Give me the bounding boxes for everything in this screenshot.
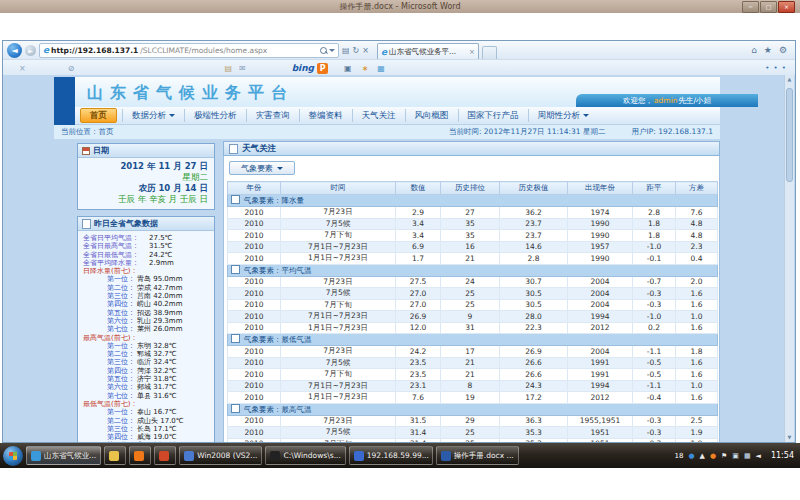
nav-item-3[interactable]: 灾害查询	[246, 109, 299, 122]
more-icon[interactable]: • • •	[765, 64, 787, 72]
maximize-button[interactable]: □	[760, 1, 777, 13]
group-row[interactable]: 气象要素：最低气温	[228, 334, 718, 346]
flag-icon[interactable]: ⚑	[721, 452, 727, 460]
cell: 17	[441, 346, 500, 358]
rank-value: 招远 38.9mm	[137, 309, 182, 317]
panel-icon	[229, 144, 238, 154]
favorites-icon[interactable]: ★	[764, 45, 772, 55]
taskbar-clock[interactable]: 11:54	[771, 451, 794, 460]
taskbar-media[interactable]	[154, 446, 176, 465]
cell: 31.4	[396, 438, 441, 442]
nav-item-4[interactable]: 整编资料	[299, 109, 352, 122]
page-viewport: 山东省气候业务平台 欢迎您， admin 先生/小姐 首页数据分析极端性分析灾害…	[3, 75, 795, 442]
display-icon[interactable]: ▣	[732, 452, 739, 460]
messenger-icon[interactable]: ●	[688, 452, 694, 460]
back-button[interactable]: ◄	[7, 43, 22, 58]
tools-icon[interactable]: ⚙	[779, 45, 787, 55]
checkbox[interactable]	[231, 404, 240, 413]
forward-button[interactable]: ►	[25, 45, 36, 56]
taskbar-app-orange[interactable]	[129, 446, 151, 465]
rank-row: 第三位：长岛 17.1℃	[83, 425, 211, 433]
taskbar-remote[interactable]: 192.168.59.99...	[349, 446, 433, 465]
cell: 1990	[568, 218, 633, 230]
vertical-scrollbar[interactable]: ▲ ▼	[784, 75, 794, 442]
group-row[interactable]: 气象要素：最高气温	[228, 403, 718, 415]
table-row: 20107月23日2.92736.219742.87.6	[228, 207, 718, 219]
close-button[interactable]: ×	[778, 1, 795, 13]
nav-item-label: 天气关注	[362, 110, 396, 122]
cell: 2.8	[500, 253, 568, 265]
refresh-icon[interactable]: ↻	[353, 46, 360, 55]
mail-icon[interactable]: ✉	[239, 64, 246, 73]
scrollbar-thumb[interactable]	[786, 88, 793, 182]
fox-icon[interactable]: ●	[710, 452, 716, 460]
home-icon[interactable]: ⌂	[751, 45, 757, 55]
rank-value: 临沂 32.4℃	[137, 358, 177, 366]
bing-logo[interactable]: bing	[292, 63, 314, 73]
group-row[interactable]: 气象要素：平均气温	[228, 264, 718, 276]
rank-position: 第二位：	[83, 417, 137, 425]
nav-item-2[interactable]: 极端性分析	[184, 109, 246, 122]
tab-close-icon[interactable]: ×	[469, 48, 475, 56]
checkbox[interactable]	[231, 195, 240, 204]
cell: -0.3	[633, 427, 676, 439]
cell: 28.0	[500, 311, 568, 323]
start-button[interactable]	[3, 446, 23, 466]
compatibility-icon[interactable]: ▤	[342, 46, 350, 55]
rank-position: 第六位：	[83, 317, 137, 325]
new-tab-button[interactable]	[482, 46, 497, 59]
checkbox[interactable]	[231, 265, 240, 274]
cell: 2010	[228, 427, 281, 439]
taskbar: 山东省气候业...Win2008 (VS2...C:\Windows\s...1…	[0, 443, 800, 468]
taskbar-button-label: 操作手册.docx ...	[454, 451, 514, 461]
taskbar-buttons: 山东省气候业...Win2008 (VS2...C:\Windows\s...1…	[26, 446, 519, 465]
table-row: 20107月下旬23.52126.61991-0.51.6	[228, 369, 718, 381]
nav-item-7[interactable]: 国家下行产品	[458, 109, 528, 122]
cell: 6.9	[396, 241, 441, 253]
cell: 2.8	[633, 207, 676, 219]
background-window-titlebar[interactable]: 操作手册.docx - Microsoft Word ─□×	[0, 0, 800, 13]
nav-item-6[interactable]: 风向概图	[405, 109, 458, 122]
rank-position: 第四位：	[83, 433, 137, 441]
close-x-icon[interactable]: ×	[19, 64, 26, 73]
camera-icon[interactable]: ▣	[344, 64, 352, 73]
volume-icon[interactable]: ◄	[756, 452, 761, 460]
browser-tab[interactable]: e 山东省气候业务平... ×	[377, 43, 479, 59]
taskbar-cmd[interactable]: C:\Windows\s...	[265, 446, 345, 465]
address-bar[interactable]: e http://192.168.137.1 /SLCCLIMATE/modul…	[39, 43, 339, 58]
nav-item-1[interactable]: 数据分析	[122, 109, 184, 122]
taskbar-explorer[interactable]	[104, 446, 126, 465]
gallery-icon[interactable]: ▦	[377, 64, 385, 73]
nav-item-5[interactable]: 天气关注	[352, 109, 405, 122]
blocked-icon[interactable]: ⊘	[68, 64, 75, 73]
group-title: 气象要素：降水量	[244, 196, 304, 205]
search-icon[interactable]	[320, 47, 327, 54]
taskbar-ie[interactable]: 山东省气候业...	[26, 446, 101, 465]
element-filter-button[interactable]: 气象要素	[229, 161, 295, 175]
taskbar-win2008[interactable]: Win2008 (VS2...	[179, 446, 262, 465]
nav-item-8[interactable]: 周期性分析	[528, 109, 599, 122]
bing-app-icon[interactable]: P	[317, 63, 328, 74]
group-row[interactable]: 气象要素：降水量	[228, 195, 718, 207]
nav-item-0[interactable]: 首页	[80, 108, 117, 123]
cell: 2010	[228, 218, 281, 230]
weather-panel-header: 昨日全省气象数据	[78, 217, 214, 231]
background-window-title: 操作手册.docx - Microsoft Word	[339, 1, 460, 12]
network-icon[interactable]: ▦	[744, 452, 751, 460]
cell: 7月23日	[281, 276, 396, 288]
paw-icon[interactable]: ∗	[362, 64, 369, 73]
cell: -0.5	[633, 357, 676, 369]
taskbar-word[interactable]: 操作手册.docx ...	[436, 446, 519, 465]
minimize-button[interactable]: ─	[742, 1, 759, 13]
cell: 31.4	[396, 427, 441, 439]
ime-badge[interactable]: 18	[674, 452, 683, 460]
show-hidden-icon[interactable]: ▲	[700, 452, 705, 460]
chevron-down-icon[interactable]	[329, 49, 335, 52]
rank-value: 成山头 17.0℃	[137, 417, 184, 425]
stamp-icon[interactable]: ▤	[224, 64, 232, 73]
scroll-down-icon[interactable]: ▼	[785, 433, 794, 442]
scroll-up-icon[interactable]: ▲	[785, 75, 794, 84]
cell: 35.3	[500, 438, 568, 442]
checkbox[interactable]	[231, 334, 240, 343]
stop-icon[interactable]: ×	[362, 46, 369, 55]
